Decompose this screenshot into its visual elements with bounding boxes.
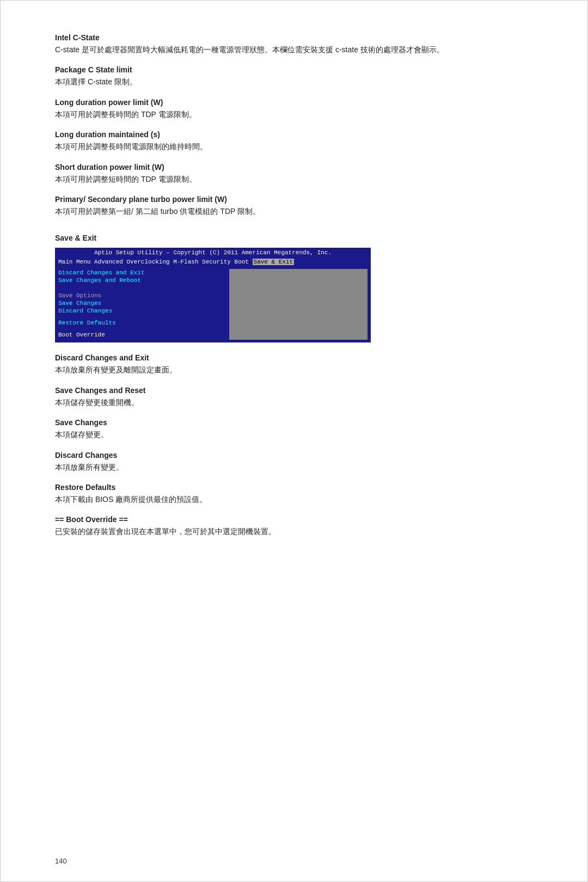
nav-overclocking[interactable]: Overclocking [126, 259, 169, 265]
section-intel-cstate: Intel C-StateC-state 是可於處理器閒置時大幅減低耗電的一種電… [55, 33, 544, 56]
bios-item-save-changes[interactable]: Save Changes [58, 299, 227, 307]
section-title-package-c-state: Package C State limit [55, 65, 544, 74]
bios-item-discard-exit[interactable]: Discard Changes and Exit [58, 269, 227, 277]
save-exit-desc-discard-changes: 本項放棄所有變更。 [55, 461, 544, 473]
save-exit-desc-boot-override: 已安裝的儲存裝置會出現在本選單中，您可於其中選定開機裝置。 [55, 525, 544, 537]
save-exit-item-discard-exit: Discard Changes and Exit本項放棄所有變更及離開設定畫面。 [55, 353, 544, 376]
section-title-long-duration-maintained: Long duration maintained (s) [55, 130, 544, 139]
bios-screen: Aptio Setup Utility – Copyright (C) 2011… [55, 248, 371, 342]
section-title-short-duration-power: Short duration power limit (W) [55, 163, 544, 171]
section-short-duration-power: Short duration power limit (W)本項可用於調整短時間… [55, 163, 544, 185]
save-exit-desc-restore-defaults: 本項下載由 BIOS 廠商所提供最佳的預設值。 [55, 493, 544, 505]
save-exit-item-save-reset: Save Changes and Reset本項儲存變更後重開機。 [55, 386, 544, 408]
section-desc-long-duration-power: 本項可用於調整長時間的 TDP 電源限制。 [55, 108, 544, 120]
page-number: 140 [55, 857, 67, 865]
section-desc-primary-secondary: 本項可用於調整第一組/ 第二組 turbo 供電模組的 TDP 限制。 [55, 205, 544, 217]
section-desc-short-duration-power: 本項可用於調整短時間的 TDP 電源限制。 [55, 173, 544, 185]
section-title-long-duration-power: Long duration power limit (W) [55, 98, 544, 107]
nav-advanced[interactable]: Advanced [94, 259, 123, 265]
nav-mflash[interactable]: M-Flash [173, 259, 198, 265]
save-exit-item-save-changes: Save Changes本項儲存變更。 [55, 418, 544, 440]
save-exit-title-boot-override: == Boot Override == [55, 515, 544, 524]
nav-save-exit[interactable]: Save & Exit [253, 259, 295, 265]
save-exit-item-discard-changes: Discard Changes本項放棄所有變更。 [55, 451, 544, 473]
bios-group-save-options: Save Options [58, 292, 227, 299]
section-long-duration-maintained: Long duration maintained (s)本項可用於調整長時間電源… [55, 130, 544, 152]
bios-item-boot-override[interactable]: Boot Override [58, 331, 227, 339]
nav-boot[interactable]: Boot [235, 259, 249, 265]
save-exit-title-save-changes: Save Changes [55, 418, 544, 427]
nav-main[interactable]: Main Menu [58, 259, 90, 265]
save-exit-title-discard-changes: Discard Changes [55, 451, 544, 460]
save-exit-desc-save-changes: 本項儲存變更。 [55, 428, 544, 440]
save-exit-desc-discard-exit: 本項放棄所有變更及離開設定畫面。 [55, 364, 544, 376]
save-exit-title-restore-defaults: Restore Defaults [55, 483, 544, 492]
save-exit-title: Save & Exit [55, 234, 544, 242]
bios-item-discard-changes[interactable]: Discard Changes [58, 307, 227, 315]
sections-container: Intel C-StateC-state 是可於處理器閒置時大幅減低耗電的一種電… [55, 33, 544, 217]
section-long-duration-power: Long duration power limit (W)本項可用於調整長時間的… [55, 98, 544, 120]
section-package-c-state: Package C State limit本項選擇 C-state 限制。 [55, 65, 544, 88]
section-primary-secondary: Primary/ Secondary plane turbo power lim… [55, 195, 544, 217]
section-desc-package-c-state: 本項選擇 C-state 限制。 [55, 76, 544, 88]
bios-item-save-reboot[interactable]: Save Changes and Reboot [58, 277, 227, 284]
bios-body: Discard Changes and Exit Save Changes an… [55, 266, 371, 342]
section-title-primary-secondary: Primary/ Secondary plane turbo power lim… [55, 195, 544, 204]
nav-security[interactable]: Security [202, 259, 231, 265]
bios-nav: Main Menu Advanced Overclocking M-Flash … [55, 258, 371, 266]
page-container: Intel C-StateC-state 是可於處理器閒置時大幅減低耗電的一種電… [0, 0, 588, 882]
bios-right-panel [229, 269, 367, 340]
bios-header: Aptio Setup Utility – Copyright (C) 2011… [55, 248, 371, 258]
section-title-intel-cstate: Intel C-State [55, 33, 544, 42]
save-exit-item-boot-override: == Boot Override ==已安裝的儲存裝置會出現在本選單中，您可於其… [55, 515, 544, 537]
save-exit-title-save-reset: Save Changes and Reset [55, 386, 544, 395]
section-desc-long-duration-maintained: 本項可用於調整長時間電源限制的維持時間。 [55, 140, 544, 152]
save-exit-items: Discard Changes and Exit本項放棄所有變更及離開設定畫面。… [55, 353, 544, 537]
save-exit-desc-save-reset: 本項儲存變更後重開機。 [55, 396, 544, 408]
save-exit-title-discard-exit: Discard Changes and Exit [55, 353, 544, 362]
bios-item-restore-defaults[interactable]: Restore Defaults [58, 319, 227, 327]
save-exit-item-restore-defaults: Restore Defaults本項下載由 BIOS 廠商所提供最佳的預設值。 [55, 483, 544, 505]
bios-menu: Discard Changes and Exit Save Changes an… [58, 269, 227, 340]
section-desc-intel-cstate: C-state 是可於處理器閒置時大幅減低耗電的一種電源管理狀態。本欄位需安裝支… [55, 44, 544, 56]
